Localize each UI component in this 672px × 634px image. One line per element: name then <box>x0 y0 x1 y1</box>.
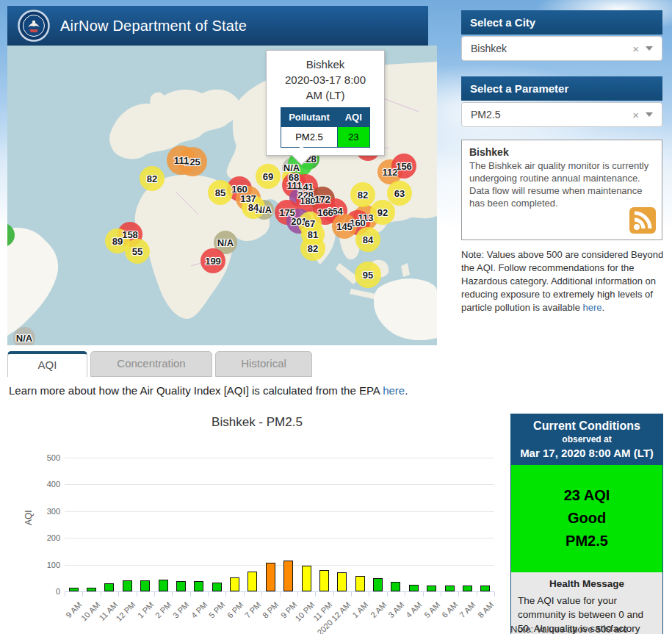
chart-x-axis-label: 6 PM <box>225 600 245 620</box>
chart-x-axis-label: 3 AM <box>386 600 405 619</box>
chart-bar[interactable] <box>230 577 239 591</box>
chart-x-tick-mark <box>369 592 369 597</box>
parameter-dropdown[interactable]: PM2.5 × <box>461 102 662 127</box>
select-parameter-header: Select a Parameter <box>461 76 662 101</box>
tooltip-col-aqi: AQI <box>337 108 369 127</box>
map-marker-label: 69 <box>263 171 273 182</box>
chart-y-tick-label: 0 <box>29 587 60 596</box>
map-marker-label: 82 <box>147 173 157 184</box>
rss-feed-icon[interactable] <box>629 207 656 234</box>
chart-y-tick-label: 400 <box>29 480 60 489</box>
chart-bar[interactable] <box>319 570 329 591</box>
chart-x-tick-mark <box>423 592 424 597</box>
parameter-clear-icon[interactable]: × <box>626 109 646 121</box>
chart-bar[interactable] <box>373 578 383 591</box>
observed-at-label: observed at <box>514 434 660 444</box>
clipped-note-text: Note: Values above 500 are considered <box>510 624 668 634</box>
info-city-title: Bishkek <box>469 146 654 158</box>
chart-x-axis-label: 5 AM <box>422 600 441 619</box>
chart-bar[interactable] <box>463 586 472 591</box>
chart-bar[interactable] <box>69 588 79 591</box>
city-chevron-down-icon[interactable] <box>646 46 653 51</box>
chart-x-axis-label: 4 AM <box>405 600 424 619</box>
chart-bar[interactable] <box>159 580 168 591</box>
aqi-parameter: PM2.5 <box>511 530 662 552</box>
beyond-aqi-note: Note: Values above 500 are considered Be… <box>461 248 667 314</box>
map-marker[interactable] <box>7 223 15 247</box>
chart-bar[interactable] <box>391 582 400 591</box>
map-marker-label: 172 <box>314 194 330 205</box>
map-marker-label: 82 <box>308 243 318 254</box>
map-marker-label: 199 <box>205 256 221 267</box>
map-marker-label: 145 <box>336 221 353 232</box>
current-conditions-panel: Current Conditions observed at Mar 17, 2… <box>510 414 663 634</box>
chart-x-axis-label: 8 AM <box>476 600 495 619</box>
chart-bar[interactable] <box>445 586 455 591</box>
chart-x-axis-label: 10 AM <box>79 600 102 623</box>
chart-bar[interactable] <box>302 566 311 591</box>
chart-x-tick-mark <box>458 592 459 597</box>
chart-bar[interactable] <box>194 581 203 591</box>
map-marker-label: 158 <box>122 229 138 240</box>
map-marker-label: N/A <box>217 237 234 248</box>
chart-bar[interactable] <box>337 572 347 591</box>
chart-x-tick-mark <box>280 592 281 597</box>
tab-historical[interactable]: Historical <box>215 351 312 377</box>
map-tooltip: Bishkek 2020-03-17 8:00AM (LT) Pollutant… <box>266 50 385 156</box>
city-clear-icon[interactable]: × <box>626 43 646 55</box>
tab-concentration[interactable]: Concentration <box>90 351 212 377</box>
chart-bar[interactable] <box>427 586 436 591</box>
city-dropdown[interactable]: Bishkek × <box>461 36 662 61</box>
parameter-chevron-down-icon[interactable] <box>646 112 653 117</box>
chart-bar[interactable] <box>409 585 419 591</box>
chart-x-tick-mark <box>65 592 65 597</box>
parameter-dropdown-value: PM2.5 <box>462 109 626 120</box>
chart-x-axis-label: 7 AM <box>458 600 477 619</box>
chart-bar[interactable] <box>266 563 275 591</box>
chart-gridline <box>65 565 494 566</box>
map-marker-label: 92 <box>377 207 388 218</box>
chart-x-axis-label: 3 PM <box>171 600 191 620</box>
chart-gridline <box>65 538 494 538</box>
chart-bar[interactable] <box>123 580 132 591</box>
chart-bar[interactable] <box>283 561 293 591</box>
chart-plot-area: 01002003004005009 AM10 AM11 AM12 PM1 PM2… <box>7 408 507 634</box>
chart-bar[interactable] <box>355 576 365 591</box>
map-marker-label: 82 <box>358 190 368 201</box>
chart-x-tick-mark <box>244 592 245 597</box>
aqi-value-panel: 23 AQI Good PM2.5 <box>511 465 662 572</box>
chart-x-axis-label: 10 PM <box>294 600 317 623</box>
chart-x-axis-label: 2 PM <box>153 600 173 620</box>
chart-bar[interactable] <box>140 580 150 591</box>
note-here-link[interactable]: here <box>582 302 601 313</box>
map-marker-label: 85 <box>215 187 225 198</box>
app-header: AirNow Department of State <box>7 6 428 46</box>
chart-bar[interactable] <box>87 588 96 591</box>
chart-bar[interactable] <box>104 583 114 591</box>
aqi-category: Good <box>511 507 662 530</box>
map-marker-label: 111 <box>174 155 189 166</box>
learn-more-here-link[interactable]: here <box>383 384 405 397</box>
map-marker-label: 55 <box>132 246 142 257</box>
chart-bar[interactable] <box>212 583 222 591</box>
chart-gridline <box>65 511 494 512</box>
tooltip-aqi-value: 23 <box>337 127 369 148</box>
map-marker-label: 84 <box>363 234 373 245</box>
chart-x-tick-mark <box>101 592 101 597</box>
chart-x-tick-mark <box>494 592 495 597</box>
chart-bar[interactable] <box>480 586 490 591</box>
chart-bar[interactable] <box>176 581 186 591</box>
chart-x-tick-mark <box>154 592 155 597</box>
chart-x-axis-label: 2 AM <box>369 600 388 619</box>
city-info-box: Bishkek The Bishkek air quality monitor … <box>461 140 662 240</box>
info-city-body: The Bishkek air quality monitor is curre… <box>469 159 654 209</box>
chart-x-tick-mark <box>137 592 137 597</box>
map-marker-label: 84 <box>248 202 259 213</box>
chart-x-axis-label: 4 PM <box>189 600 209 620</box>
chart-x-tick-mark <box>405 592 405 597</box>
chart-bar[interactable] <box>248 572 257 591</box>
chart-y-tick-label: 200 <box>29 533 60 542</box>
chart-x-axis-label: 8 PM <box>261 600 281 620</box>
health-message-title: Health Message <box>518 578 656 589</box>
tab-aqi[interactable]: AQI <box>7 351 87 377</box>
